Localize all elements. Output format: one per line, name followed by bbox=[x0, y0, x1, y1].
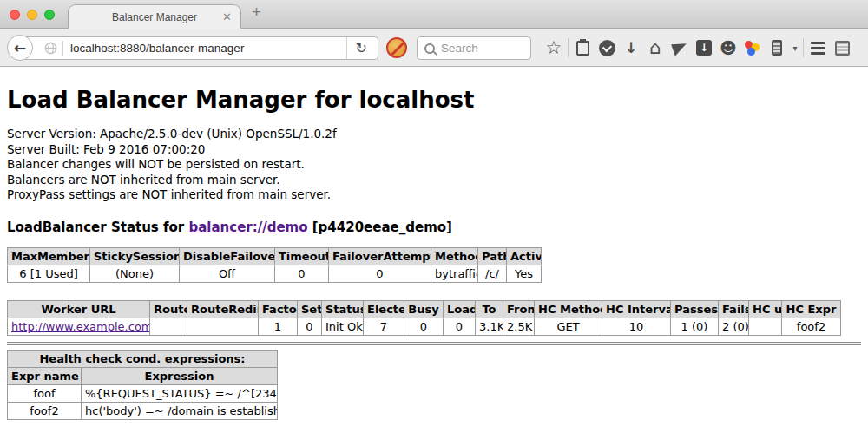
bookmarks-menu-button[interactable] bbox=[570, 29, 595, 67]
toolbar-separator bbox=[568, 38, 569, 57]
column-header: Passes bbox=[671, 300, 719, 318]
feedback-button[interactable]: ☻ bbox=[716, 29, 740, 67]
path-cell: /c/ bbox=[478, 265, 507, 282]
server-info: Server Version: Apache/2.5.0-dev (Unix) … bbox=[7, 127, 861, 203]
menu-button[interactable] bbox=[806, 29, 830, 67]
balancer-link[interactable]: balancer://demo bbox=[188, 220, 307, 235]
elected-cell: 7 bbox=[364, 318, 404, 335]
hc-expr-cell: foof2 bbox=[782, 318, 841, 335]
inherit-notice-line: Balancers are NOT inherited from main se… bbox=[7, 173, 861, 188]
column-header: Worker URL bbox=[8, 300, 150, 318]
pocket-button[interactable] bbox=[595, 29, 619, 67]
set-cell: 0 bbox=[298, 318, 322, 335]
busy-cell: 0 bbox=[404, 318, 444, 335]
hc-method-cell: GET bbox=[535, 318, 602, 335]
section-divider bbox=[7, 342, 861, 345]
pocket-icon bbox=[599, 40, 615, 56]
column-header: HC uri bbox=[749, 300, 782, 318]
battery-icon bbox=[772, 40, 782, 56]
load-cell: 0 bbox=[444, 318, 476, 335]
table-header-row: Expr name Expression bbox=[8, 367, 278, 384]
column-header: MaxMembers bbox=[8, 247, 90, 265]
column-header: Elected bbox=[364, 300, 404, 318]
column-header: Timeout bbox=[275, 247, 329, 265]
to-cell: 3.1K bbox=[476, 318, 503, 335]
close-window-button[interactable] bbox=[10, 10, 20, 20]
health-check-table: Health check cond. expressions: Expr nam… bbox=[7, 350, 278, 420]
search-icon bbox=[424, 43, 435, 54]
table-header-row: Worker URL Route RouteRedir Factor Set S… bbox=[8, 300, 841, 318]
toolbar-separator bbox=[803, 38, 804, 57]
table-row: 6 [1 Used] (None) Off 0 0 bytraffic /c/ … bbox=[8, 265, 542, 282]
paper-plane-icon bbox=[671, 40, 689, 56]
hc-interval-cell: 10 bbox=[602, 318, 671, 335]
search-placeholder: Search bbox=[441, 42, 478, 55]
proxypass-notice-line: ProxyPass settings are NOT inherited fro… bbox=[7, 187, 861, 203]
column-header: Status bbox=[322, 300, 364, 318]
column-header: HC Method bbox=[535, 300, 602, 318]
max-members-cell: 6 [1 Used] bbox=[8, 265, 90, 282]
health-expr-row: foof2 hc('body') =~ /domain is establish… bbox=[8, 402, 278, 419]
downloads-button[interactable]: ↓ bbox=[619, 29, 643, 67]
status-heading-suffix: [p4420eeae_demo] bbox=[308, 220, 452, 235]
column-header: Expr name bbox=[8, 367, 82, 384]
toolbar-icons: ☆ ↓ ⌂ ↓ ☻ ▾ bbox=[542, 29, 854, 67]
column-header: DisableFailover bbox=[180, 247, 275, 265]
reload-icon[interactable]: ↻ bbox=[346, 37, 376, 59]
video-download-button[interactable]: ↓ bbox=[692, 29, 716, 67]
failover-attempts-cell: 0 bbox=[329, 265, 431, 282]
url-bar[interactable]: localhost:8880/balancer-manager ↻ bbox=[21, 36, 378, 60]
flashblock-icon[interactable] bbox=[386, 37, 407, 58]
table-title-row: Health check cond. expressions: bbox=[8, 350, 278, 367]
column-header: HC Expr bbox=[782, 300, 841, 318]
search-input[interactable]: Search bbox=[417, 36, 531, 60]
column-header: Active bbox=[507, 247, 542, 265]
back-button[interactable]: ← bbox=[7, 35, 33, 61]
tab-close-icon[interactable]: ✕ bbox=[222, 10, 232, 23]
home-icon: ⌂ bbox=[649, 37, 661, 58]
column-header: FailoverAttempts bbox=[329, 247, 431, 265]
hc-uri-cell bbox=[749, 318, 782, 335]
column-header: RouteRedir bbox=[187, 300, 259, 318]
overflow-caret-button[interactable]: ▾ bbox=[789, 29, 801, 67]
sidebar-pages-button[interactable] bbox=[830, 29, 854, 67]
fails-cell: 2 (0) bbox=[719, 318, 749, 335]
health-expr-row: foof %{REQUEST_STATUS} =~ /^[234]/ bbox=[8, 384, 278, 402]
zoom-window-button[interactable] bbox=[44, 10, 55, 20]
download-square-icon: ↓ bbox=[696, 40, 712, 56]
clipboard-icon bbox=[576, 41, 589, 56]
column-header: Path bbox=[478, 247, 507, 265]
extension-colors-button[interactable] bbox=[740, 29, 765, 67]
sticky-session-cell: (None) bbox=[90, 265, 180, 282]
disable-failover-cell: Off bbox=[180, 265, 275, 282]
status-cell: Init Ok bbox=[322, 318, 364, 335]
status-heading-prefix: LoadBalancer Status for bbox=[7, 220, 188, 235]
navigation-toolbar: localhost:8880/balancer-manager ↻ ← Sear… bbox=[0, 29, 868, 67]
column-header: From bbox=[503, 300, 535, 318]
column-header: Method bbox=[431, 247, 478, 265]
worker-url-link[interactable]: http://www.example.com/ bbox=[11, 320, 150, 333]
tab-title: Balancer Manager bbox=[112, 11, 197, 23]
home-button[interactable]: ⌂ bbox=[643, 29, 667, 67]
star-icon: ☆ bbox=[546, 37, 562, 58]
url-text[interactable]: localhost:8880/balancer-manager bbox=[70, 42, 346, 55]
column-header: Factor bbox=[259, 300, 298, 318]
route-cell bbox=[150, 318, 187, 335]
page-content: Load Balancer Manager for localhost Serv… bbox=[0, 67, 868, 425]
column-header: StickySession bbox=[90, 247, 180, 265]
globe-icon bbox=[44, 42, 57, 55]
hamburger-icon bbox=[811, 42, 825, 55]
send-tab-button[interactable] bbox=[667, 29, 692, 67]
browser-tab[interactable]: Balancer Manager ✕ bbox=[68, 4, 241, 29]
server-built-line: Server Built: Feb 9 2016 07:00:20 bbox=[7, 142, 861, 158]
persist-notice-line: Balancer changes will NOT be persisted o… bbox=[7, 157, 861, 173]
worker-row: http://www.example.com/ 1 0 Init Ok 7 0 … bbox=[8, 318, 841, 335]
column-header: Set bbox=[298, 300, 322, 318]
new-tab-button[interactable]: + bbox=[252, 3, 261, 22]
url-divider bbox=[62, 41, 63, 56]
minimize-window-button[interactable] bbox=[27, 10, 37, 20]
bookmark-star-button[interactable]: ☆ bbox=[542, 29, 566, 67]
column-header: To bbox=[476, 300, 503, 318]
column-header: Load bbox=[444, 300, 476, 318]
battery-extension-button[interactable] bbox=[765, 29, 789, 67]
